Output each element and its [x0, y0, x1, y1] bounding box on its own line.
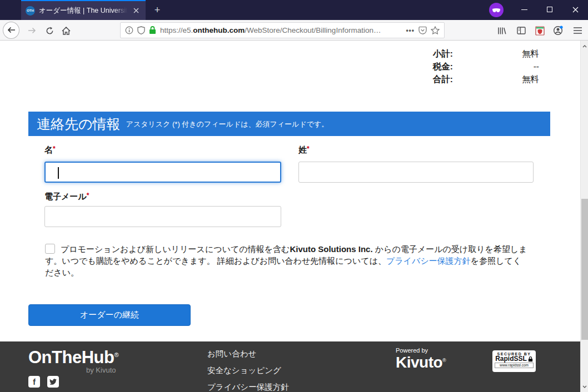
privacy-policy-link[interactable]: プライバシー保護方針	[386, 256, 471, 265]
window-close-button[interactable]	[562, 0, 588, 19]
onthehub-logo-subtext: by Kivuto	[86, 366, 116, 374]
menu-hamburger-icon[interactable]	[569, 22, 586, 39]
subtotal-label: 小計:	[433, 47, 453, 60]
twitter-icon[interactable]	[47, 376, 59, 388]
first-name-input[interactable]	[44, 162, 281, 183]
contact-info-section-header: 連絡先の情報 アスタリスク (*) 付きのフィールドは、必須フィールドです。	[28, 112, 550, 136]
facebook-icon[interactable]: f	[28, 376, 40, 388]
extension-shield-icon[interactable]	[531, 22, 548, 39]
last-name-input[interactable]	[298, 162, 534, 183]
page-footer: OnTheHub® by Kivuto f お問い合わせ 安全なショッピング プ…	[0, 341, 580, 392]
powered-by-kivuto: Powered by Kivuto®	[396, 348, 446, 370]
account-icon[interactable]	[550, 22, 566, 39]
sidebar-toggle-icon[interactable]	[513, 22, 530, 39]
total-label: 合計:	[433, 73, 453, 86]
section-subtitle: アスタリスク (*) 付きのフィールドは、必須フィールドです。	[126, 119, 329, 129]
rapidssl-badge[interactable]: SECURED BY RapidSSL www.rapidssl.com	[492, 350, 536, 372]
window-minimize-button[interactable]	[511, 0, 537, 19]
page-info-icon[interactable]	[125, 26, 133, 34]
vertical-scrollbar[interactable]	[580, 41, 588, 392]
summary-row-subtotal: 小計: 無料	[433, 47, 539, 60]
window-maximize-button[interactable]	[537, 0, 562, 19]
tab-title: オーダー情報 | The University of T	[39, 6, 127, 16]
https-lock-icon[interactable]	[149, 26, 156, 34]
page-content: 小計: 無料 税金: -- 合計: 無料 連絡先の情報 アスタリスク (*) 付…	[0, 41, 580, 392]
footer-link-secure-shopping[interactable]: 安全なショッピング	[207, 366, 289, 375]
site-favicon: OTH	[26, 6, 35, 16]
email-label: 電子メール*	[44, 192, 89, 202]
forward-button[interactable]	[23, 22, 40, 39]
social-icons: f	[28, 376, 59, 388]
pocket-icon[interactable]	[418, 27, 427, 34]
home-button[interactable]	[58, 22, 74, 39]
consent-company: Kivuto Solutions Inc.	[290, 244, 372, 254]
back-button[interactable]	[3, 22, 19, 38]
consent-text: プロモーションおよび新しいリリースについての情報を含む	[61, 244, 290, 254]
promo-email-checkbox[interactable]	[45, 244, 55, 254]
onthehub-logo: OnTheHub®	[28, 348, 118, 368]
summary-row-tax: 税金: --	[433, 60, 539, 73]
tax-value: --	[453, 60, 539, 73]
reload-button[interactable]	[41, 22, 58, 39]
tab-close-icon[interactable]	[131, 6, 141, 16]
browser-window: OTH オーダー情報 | The University of T +	[0, 0, 588, 392]
scrollbar-thumb[interactable]	[581, 199, 588, 340]
order-summary: 小計: 無料 税金: -- 合計: 無料	[433, 47, 539, 86]
summary-row-total: 合計: 無料	[433, 73, 539, 86]
footer-link-contact[interactable]: お問い合わせ	[207, 349, 289, 358]
title-bar: OTH オーダー情報 | The University of T +	[0, 0, 588, 20]
tax-label: 税金:	[433, 60, 453, 73]
footer-link-privacy-policy[interactable]: プライバシー保護方針	[207, 383, 289, 391]
subtotal-value: 無料	[453, 47, 539, 60]
first-name-label: 名*	[44, 145, 56, 155]
email-input[interactable]	[44, 206, 281, 227]
address-bar[interactable]: https://e5.onthehub.com/WebStore/Checkou…	[120, 22, 445, 38]
consent-paragraph: プロモーションおよび新しいリリースについての情報を含むKivuto Soluti…	[45, 243, 530, 278]
scroll-up-arrow-icon[interactable]	[581, 42, 588, 51]
library-icon[interactable]	[494, 22, 510, 39]
navigation-toolbar: https://e5.onthehub.com/WebStore/Checkou…	[0, 20, 588, 41]
text-caret	[58, 167, 59, 179]
tab-order-info[interactable]: OTH オーダー情報 | The University of T	[21, 0, 146, 20]
tracking-protection-shield-icon[interactable]	[137, 26, 145, 34]
private-browsing-mask-icon	[489, 3, 504, 17]
page-actions-icon[interactable]: •••	[406, 27, 415, 34]
ssl-lock-icon	[528, 356, 533, 362]
url-text[interactable]: https://e5.onthehub.com/WebStore/Checkou…	[160, 26, 402, 34]
scroll-down-arrow-icon[interactable]	[581, 382, 588, 391]
last-name-label: 姓*	[298, 145, 310, 155]
footer-links: お問い合わせ 安全なショッピング プライバシー保護方針	[207, 349, 289, 392]
total-value: 無料	[453, 73, 539, 86]
new-tab-button[interactable]: +	[150, 3, 165, 17]
bookmark-star-icon[interactable]	[431, 26, 440, 34]
section-title: 連絡先の情報	[37, 112, 121, 136]
continue-order-button[interactable]: オーダーの継続	[28, 304, 191, 326]
